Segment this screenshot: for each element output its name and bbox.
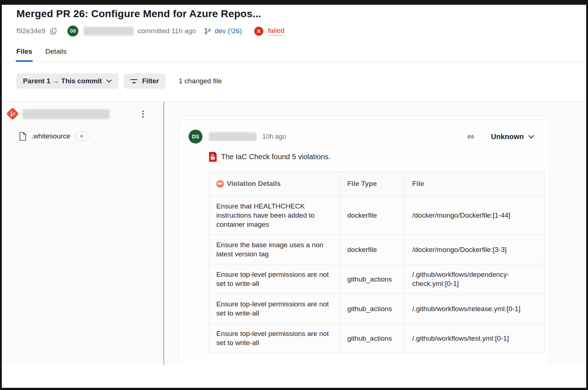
cell-violation: Ensure top-level permissions are not set… xyxy=(209,294,340,324)
committed-time: committed 11h ago xyxy=(138,27,196,35)
cell-file-type: dockerfile xyxy=(340,196,405,235)
compare-dropdown-button[interactable]: Parent 1 → This commit xyxy=(16,73,119,89)
iac-check-message-row: The IaC Check found 5 violations. xyxy=(209,152,543,162)
table-row: Ensure the base image uses a non latest … xyxy=(209,235,545,264)
comment-body: The IaC Check found 5 violations. Violat… xyxy=(209,152,543,365)
pipeline-status: failed xyxy=(254,27,284,36)
file-added-badge: + xyxy=(75,131,89,141)
tab-details[interactable]: Details xyxy=(45,47,66,62)
pipeline-status-link[interactable]: failed xyxy=(268,27,284,35)
avatar[interactable]: DS xyxy=(67,26,78,37)
cell-file-type: github_actions xyxy=(340,264,405,294)
violations-table: Violation Details File Type File Ensure … xyxy=(209,171,545,353)
comment-time: 10h ago xyxy=(262,133,286,141)
chevron-down-icon xyxy=(528,135,534,139)
git-repo-icon xyxy=(6,107,19,121)
resolve-status-label: Unknown xyxy=(491,133,524,141)
chevron-down-icon xyxy=(106,79,112,83)
cell-file: /.github/workflows/release.yml:[0-1] xyxy=(405,294,545,324)
cell-violation: Ensure top-level permissions are not set… xyxy=(209,264,340,294)
tab-bar: Files Details xyxy=(16,47,572,62)
cell-file-type: github_actions xyxy=(340,294,405,324)
discussion-card: DS 10h ago xyxy=(175,116,554,365)
col-header-file-type: File Type xyxy=(340,172,405,196)
branch-icon xyxy=(204,27,212,35)
file-icon xyxy=(19,132,27,141)
compare-dropdown-label: Parent 1 → This commit xyxy=(23,77,102,85)
diff-main-panel: DS 10h ago xyxy=(164,102,586,365)
file-tree-repo-row[interactable] xyxy=(2,107,163,121)
table-row: Ensure top-level permissions are not set… xyxy=(209,294,545,324)
cell-file: /.github/workflows/dependency-check.yml:… xyxy=(405,264,545,294)
redacted-author-name xyxy=(84,27,134,35)
copy-hash-icon[interactable] xyxy=(50,27,57,35)
content-area: .whitesource + DS 10h ago xyxy=(2,102,586,365)
changed-files-count: 1 changed file xyxy=(179,77,222,85)
comment-actions: Unknown xyxy=(467,133,534,141)
security-lock-icon xyxy=(209,152,217,162)
col-header-file: File xyxy=(405,172,545,196)
comment-header: DS 10h ago xyxy=(189,130,543,144)
pipeline-failed-icon[interactable] xyxy=(254,27,263,36)
resolve-status-dropdown[interactable]: Unknown xyxy=(491,133,534,141)
cell-file: /.github/workflows/test.yml:[0-1] xyxy=(405,324,545,353)
file-tree-item-whitesource[interactable]: .whitesource + xyxy=(2,129,163,143)
copy-link-icon[interactable] xyxy=(467,133,475,141)
redacted-repo-name xyxy=(22,109,110,119)
cell-violation: Ensure top-level permissions are not set… xyxy=(209,324,340,353)
no-entry-icon xyxy=(216,180,224,188)
table-row: Ensure top-level permissions are not set… xyxy=(209,264,545,294)
filter-button-label: Filter xyxy=(142,77,159,85)
filter-icon xyxy=(130,79,138,83)
cell-file-type: dockerfile xyxy=(340,235,405,264)
page-title: Merged PR 26: Configure Mend for Azure R… xyxy=(16,8,572,20)
cell-file-type: github_actions xyxy=(340,324,405,353)
commit-hash: f92e34e9 xyxy=(16,27,45,35)
branch-info: dev (!26) xyxy=(204,27,242,35)
comment-card: DS 10h ago xyxy=(179,119,550,365)
cell-violation: Ensure the base image uses a non latest … xyxy=(209,235,340,264)
table-row: Ensure top-level permissions are not set… xyxy=(209,324,545,353)
table-row: Ensure that HEALTHCHECK instructions hav… xyxy=(209,196,545,235)
commit-meta-row: f92e34e9 DS committed 11h ago xyxy=(16,26,572,37)
header-label: Violation Details xyxy=(227,180,281,188)
cell-file: /docker/mongo/Dockerfile:[3-3] xyxy=(405,235,545,264)
commit-page: Merged PR 26: Configure Mend for Azure R… xyxy=(2,5,586,388)
file-name: .whitesource xyxy=(31,132,70,140)
redacted-comment-author xyxy=(209,132,256,141)
comment-avatar[interactable]: DS xyxy=(189,130,202,144)
filter-button[interactable]: Filter xyxy=(124,73,165,89)
cell-file: /docker/mongo/Dockerfile:[1-44] xyxy=(405,196,545,235)
cell-violation: Ensure that HEALTHCHECK instructions hav… xyxy=(209,196,340,235)
commit-header: Merged PR 26: Configure Mend for Azure R… xyxy=(2,5,586,62)
table-header-row: Violation Details File Type File xyxy=(209,172,545,196)
col-header-violation-details: Violation Details xyxy=(209,172,340,196)
file-tree-sidebar: .whitesource + xyxy=(2,102,163,365)
diff-toolbar: Parent 1 → This commit Filter 1 changed … xyxy=(2,62,586,102)
iac-check-message: The IaC Check found 5 violations. xyxy=(221,153,330,161)
tab-files[interactable]: Files xyxy=(16,47,32,62)
kebab-menu-icon[interactable] xyxy=(140,108,146,120)
branch-link[interactable]: dev (!26) xyxy=(214,27,242,35)
